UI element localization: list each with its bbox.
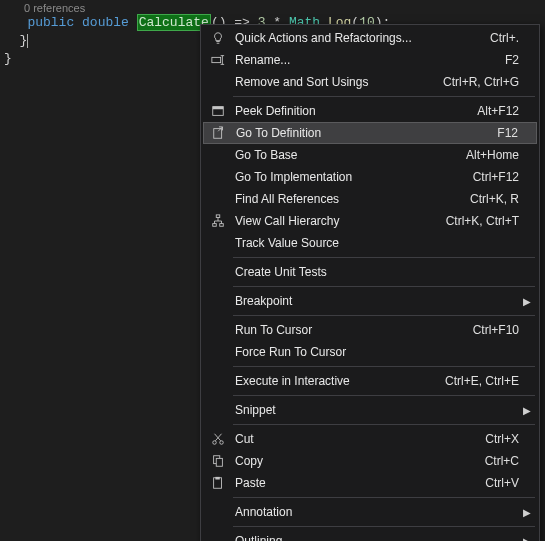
chevron-right-icon: ▶ [523,296,531,307]
menu-separator [233,526,535,527]
keyword-double: double [82,15,129,30]
codelens-refs[interactable]: 0 references [0,0,545,14]
menu-separator [233,424,535,425]
menu-item-label: Cut [229,432,485,446]
menu-separator [233,257,535,258]
menu-item-shortcut: Ctrl+E, Ctrl+E [445,374,533,388]
menu-item-track-value[interactable]: Track Value Source [203,232,537,254]
brace: } [4,33,27,48]
svg-rect-5 [213,107,224,110]
menu-item-label: Find All References [229,192,470,206]
menu-item-force-run-to-cursor[interactable]: Force Run To Cursor [203,341,537,363]
menu-item-goto-definition[interactable]: Go To DefinitionF12 [203,122,537,144]
menu-item-label: View Call Hierarchy [229,214,446,228]
svg-line-14 [215,434,221,441]
menu-item-outlining[interactable]: Outlining▶ [203,530,537,541]
menu-item-shortcut: Alt+Home [466,148,533,162]
menu-item-label: Annotation [229,505,533,519]
menu-item-label: Outlining [229,534,533,541]
goto-icon [208,126,230,140]
hierarchy-icon [207,214,229,228]
svg-point-11 [213,441,217,445]
svg-rect-10 [220,224,224,227]
menu-item-create-unit-tests[interactable]: Create Unit Tests [203,261,537,283]
menu-separator [233,286,535,287]
menu-item-copy[interactable]: CopyCtrl+C [203,450,537,472]
menu-item-quick-actions[interactable]: Quick Actions and Refactorings...Ctrl+. [203,27,537,49]
menu-item-label: Track Value Source [229,236,533,250]
menu-item-label: Rename... [229,53,505,67]
copy-icon [207,454,229,468]
chevron-right-icon: ▶ [523,536,531,542]
context-menu: Quick Actions and Refactorings...Ctrl+.R… [200,24,540,541]
menu-item-breakpoint[interactable]: Breakpoint▶ [203,290,537,312]
peek-icon [207,104,229,118]
menu-item-cut[interactable]: CutCtrl+X [203,428,537,450]
menu-item-paste[interactable]: PasteCtrl+V [203,472,537,494]
brace: } [4,51,12,66]
menu-item-run-to-cursor[interactable]: Run To CursorCtrl+F10 [203,319,537,341]
cut-icon [207,432,229,446]
menu-item-label: Paste [229,476,485,490]
menu-separator [233,366,535,367]
menu-item-label: Go To Base [229,148,466,162]
menu-item-label: Quick Actions and Refactorings... [229,31,490,45]
menu-item-rename[interactable]: Rename...F2 [203,49,537,71]
menu-item-label: Breakpoint [229,294,533,308]
menu-item-label: Snippet [229,403,533,417]
menu-item-shortcut: Ctrl+K, R [470,192,533,206]
menu-item-peek-definition[interactable]: Peek DefinitionAlt+F12 [203,100,537,122]
menu-item-exec-interactive[interactable]: Execute in InteractiveCtrl+E, Ctrl+E [203,370,537,392]
menu-item-label: Run To Cursor [229,323,473,337]
menu-item-label: Go To Implementation [229,170,473,184]
text-cursor [27,34,28,48]
menu-item-remove-sort-usings[interactable]: Remove and Sort UsingsCtrl+R, Ctrl+G [203,71,537,93]
menu-separator [233,315,535,316]
menu-separator [233,96,535,97]
menu-item-shortcut: Ctrl+X [485,432,533,446]
menu-item-shortcut: Ctrl+K, Ctrl+T [446,214,533,228]
menu-separator [233,395,535,396]
svg-rect-18 [215,477,219,480]
svg-rect-8 [216,215,220,218]
menu-item-label: Copy [229,454,485,468]
menu-item-find-refs[interactable]: Find All ReferencesCtrl+K, R [203,188,537,210]
menu-item-label: Create Unit Tests [229,265,533,279]
menu-item-shortcut: Ctrl+F12 [473,170,533,184]
menu-item-label: Peek Definition [229,104,477,118]
menu-item-label: Execute in Interactive [229,374,445,388]
menu-item-goto-impl[interactable]: Go To ImplementationCtrl+F12 [203,166,537,188]
rename-icon [207,53,229,67]
menu-item-label: Go To Definition [230,126,497,140]
menu-item-snippet[interactable]: Snippet▶ [203,399,537,421]
bulb-icon [207,31,229,45]
menu-item-shortcut: Alt+F12 [477,104,533,118]
svg-rect-0 [212,57,221,62]
menu-separator [233,497,535,498]
menu-item-shortcut: Ctrl+F10 [473,323,533,337]
chevron-right-icon: ▶ [523,507,531,518]
menu-item-shortcut: F12 [497,126,532,140]
svg-rect-9 [213,224,217,227]
menu-item-annotation[interactable]: Annotation▶ [203,501,537,523]
menu-item-label: Remove and Sort Usings [229,75,443,89]
menu-item-shortcut: Ctrl+. [490,31,533,45]
menu-item-shortcut: Ctrl+R, Ctrl+G [443,75,533,89]
menu-item-goto-base[interactable]: Go To BaseAlt+Home [203,144,537,166]
svg-rect-6 [214,129,222,139]
menu-item-call-hierarchy[interactable]: View Call HierarchyCtrl+K, Ctrl+T [203,210,537,232]
keyword-public: public [27,15,74,30]
menu-item-shortcut: Ctrl+C [485,454,533,468]
menu-item-label: Force Run To Cursor [229,345,533,359]
svg-point-12 [220,441,224,445]
menu-item-shortcut: Ctrl+V [485,476,533,490]
menu-item-shortcut: F2 [505,53,533,67]
svg-rect-16 [216,458,222,466]
svg-line-13 [215,434,221,441]
paste-icon [207,476,229,490]
chevron-right-icon: ▶ [523,405,531,416]
